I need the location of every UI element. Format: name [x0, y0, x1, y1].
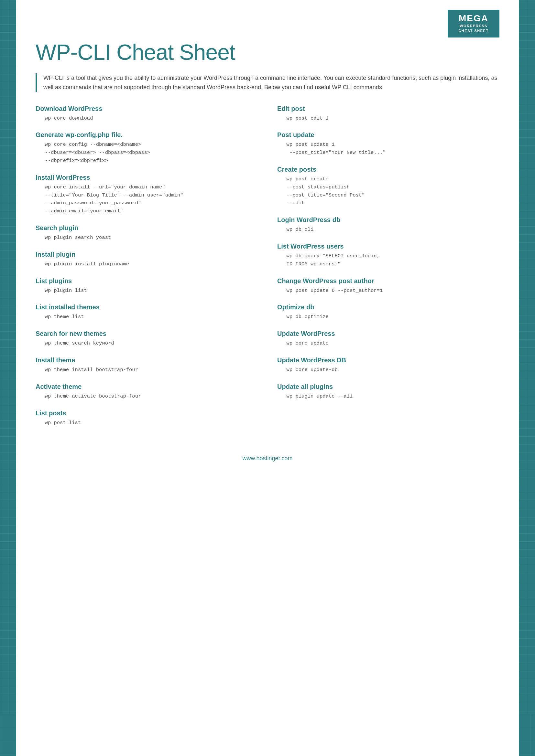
section-title: Update WordPress DB: [277, 357, 499, 364]
section-title: Update WordPress: [277, 330, 499, 338]
section-title: Activate theme: [36, 383, 258, 391]
left-section-9: Activate theme wp theme activate bootstr…: [36, 383, 258, 400]
section-title: Post update: [277, 131, 499, 139]
section-title: Search for new themes: [36, 330, 258, 338]
right-section-9: Update all plugins wp plugin update --al…: [277, 383, 499, 400]
section-title: Search plugin: [36, 224, 258, 232]
right-section-8: Update WordPress DB wp core update-db: [277, 357, 499, 374]
section-code: wp theme activate bootstrap-four: [36, 392, 258, 400]
right-section-3: Login WordPress db wp db cli: [277, 216, 499, 234]
section-title: List WordPress users: [277, 243, 499, 250]
badge-subtitle: WORDPRESS CHEAT SHEET: [454, 24, 493, 34]
section-title: Change WordPress post author: [277, 277, 499, 285]
right-section-0: Edit post wp post edit 1: [277, 105, 499, 122]
section-code: wp core update: [277, 339, 499, 347]
section-title: Login WordPress db: [277, 216, 499, 224]
section-title: List installed themes: [36, 304, 258, 311]
right-section-5: Change WordPress post author wp post upd…: [277, 277, 499, 295]
main-content: MEGA WORDPRESS CHEAT SHEET WP-CLI Cheat …: [16, 0, 519, 756]
section-title: List posts: [36, 410, 258, 417]
side-left: [0, 0, 16, 756]
section-code: wp plugin list: [36, 287, 258, 295]
side-right: [519, 0, 535, 756]
section-code: wp post edit 1: [277, 114, 499, 122]
left-section-7: Search for new themes wp theme search ke…: [36, 330, 258, 347]
mega-title: MEGA: [454, 14, 493, 24]
left-section-2: Install WordPress wp core install --url=…: [36, 174, 258, 215]
right-column: Edit post wp post edit 1Post update wp p…: [277, 105, 499, 436]
right-section-7: Update WordPress wp core update: [277, 330, 499, 347]
section-title: Create posts: [277, 166, 499, 173]
section-code: wp core download: [36, 114, 258, 122]
section-code: wp db cli: [277, 226, 499, 234]
section-title: Edit post: [277, 105, 499, 113]
section-code: wp db query "SELECT user_login, ID FROM …: [277, 252, 499, 268]
left-column: Download WordPress wp core downloadGener…: [36, 105, 258, 436]
footer-url: www.hostinger.com: [242, 455, 293, 462]
page-title: WP-CLI Cheat Sheet: [36, 41, 499, 64]
left-section-8: Install theme wp theme install bootstrap…: [36, 357, 258, 374]
section-code: wp core install --url="your_domain_name"…: [36, 183, 258, 215]
section-title: Update all plugins: [277, 383, 499, 391]
section-title: Install plugin: [36, 251, 258, 258]
section-code: wp plugin search yoast: [36, 234, 258, 242]
footer: www.hostinger.com: [36, 448, 499, 462]
left-section-10: List posts wp post list: [36, 410, 258, 427]
left-section-0: Download WordPress wp core download: [36, 105, 258, 122]
section-code: wp theme install bootstrap-four: [36, 366, 258, 374]
intro-section: WP-CLI is a tool that gives you the abil…: [36, 73, 499, 92]
left-section-3: Search plugin wp plugin search yoast: [36, 224, 258, 242]
right-section-1: Post update wp post update 1 --post_titl…: [277, 131, 499, 157]
mega-badge: MEGA WORDPRESS CHEAT SHEET: [448, 10, 499, 38]
section-title: Install theme: [36, 357, 258, 364]
section-code: wp db optimize: [277, 313, 499, 321]
section-code: wp post update 6 --post_author=1: [277, 287, 499, 295]
top-bar: MEGA WORDPRESS CHEAT SHEET: [36, 10, 499, 38]
left-section-6: List installed themes wp theme list: [36, 304, 258, 321]
section-code: wp post create --post_status=publish --p…: [277, 175, 499, 207]
section-code: wp core update-db: [277, 366, 499, 374]
section-title: Generate wp-config.php file.: [36, 131, 258, 139]
section-title: List plugins: [36, 277, 258, 285]
section-title: Install WordPress: [36, 174, 258, 181]
section-title: Optimize db: [277, 304, 499, 311]
right-section-6: Optimize db wp db optimize: [277, 304, 499, 321]
section-code: wp theme list: [36, 313, 258, 321]
content-columns: Download WordPress wp core downloadGener…: [36, 105, 499, 436]
intro-text: WP-CLI is a tool that gives you the abil…: [43, 73, 499, 92]
left-section-4: Install plugin wp plugin install pluginn…: [36, 251, 258, 268]
right-section-4: List WordPress users wp db query "SELECT…: [277, 243, 499, 268]
section-code: wp theme search keyword: [36, 339, 258, 347]
section-code: wp plugin install pluginname: [36, 260, 258, 268]
page-number: 2: [503, 734, 509, 746]
left-section-1: Generate wp-config.php file. wp core con…: [36, 131, 258, 165]
section-code: wp core config --dbname=<dbname> --dbuse…: [36, 141, 258, 165]
section-title: Download WordPress: [36, 105, 258, 113]
right-section-2: Create posts wp post create --post_statu…: [277, 166, 499, 207]
section-code: wp plugin update --all: [277, 392, 499, 400]
left-section-5: List plugins wp plugin list: [36, 277, 258, 295]
section-code: wp post list: [36, 419, 258, 427]
section-code: wp post update 1 --post_title="Your New …: [277, 141, 499, 157]
